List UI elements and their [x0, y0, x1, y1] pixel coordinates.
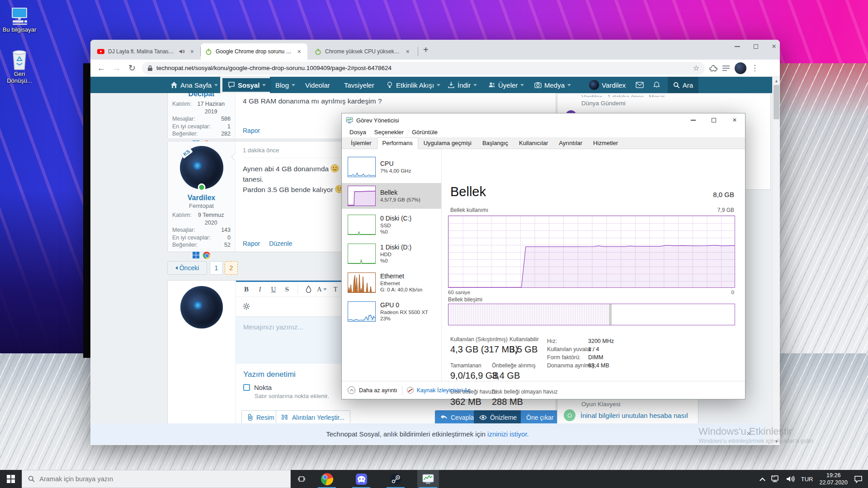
notification-close-icon[interactable]: × — [746, 429, 751, 438]
new-tab-button[interactable]: + — [423, 46, 429, 53]
sidebar-item-disk1[interactable]: 1 Diski (D:)HDD%0 — [342, 241, 441, 267]
desktop-icon-recycle-bin[interactable]: Geri Dönüşü... — [0, 49, 39, 84]
forward-button[interactable]: → — [111, 63, 122, 73]
sidebar-item-gpu[interactable]: GPU 0Radeon RX 5500 XT23% — [342, 299, 441, 324]
resource-monitor-link[interactable]: Kaynak İzleyicisini Aç — [407, 387, 471, 394]
bold-button[interactable]: B — [240, 282, 253, 296]
tab-hizmetler[interactable]: Hizmetler — [588, 137, 623, 149]
maximize-button[interactable] — [703, 113, 724, 127]
feature-button[interactable]: Öne çıkar — [521, 410, 559, 424]
minimize-button[interactable] — [683, 113, 703, 127]
less-details-button[interactable]: Daha az ayrıntı — [348, 386, 397, 394]
nav-item-home[interactable]: Ana Sayfa — [170, 77, 218, 93]
tab-uygulama-gecmisi[interactable]: Uygulama geçmişi — [418, 137, 477, 149]
pagination-page-2-current[interactable]: 2 — [225, 261, 238, 275]
nav-user-menu[interactable]: Vardilex — [589, 77, 626, 93]
editor-settings-button[interactable] — [240, 299, 253, 314]
menu-dosya[interactable]: Dosya — [345, 127, 370, 137]
bookmark-star-icon[interactable]: ☆ — [693, 64, 699, 72]
report-link[interactable]: Rapor — [243, 240, 260, 247]
extensions-puzzle-icon[interactable] — [709, 64, 717, 72]
taskbar-chrome-button[interactable] — [316, 470, 338, 488]
task-view-button[interactable] — [291, 470, 312, 488]
start-button[interactable] — [0, 470, 22, 488]
tab-baslangic[interactable]: Başlangıç — [477, 137, 514, 149]
minimize-button[interactable] — [735, 46, 740, 47]
tab-technopat-2[interactable]: Chrome yüksek CPU yüksek RAM × — [310, 43, 416, 60]
nav-item-sosyal-active[interactable]: Sosyal — [222, 78, 271, 92]
profile-avatar[interactable] — [735, 62, 746, 74]
nav-item-medya[interactable]: Medya — [534, 77, 571, 93]
url-field[interactable]: technopat.net/sosyal/konu/google-chrome-… — [142, 62, 705, 75]
preview-button[interactable]: Önizleme — [474, 410, 522, 424]
close-window-button[interactable]: × — [772, 42, 776, 51]
desktop-icon-this-pc[interactable]: Bu bilgisayar — [0, 7, 39, 33]
alerts-button[interactable] — [653, 77, 660, 93]
menu-dots-icon[interactable]: ⋮ — [751, 63, 759, 73]
sidebar-thread-link[interactable]: İninal bilgileri unutulan hesaba nasıl — [580, 412, 688, 419]
inbox-button[interactable] — [636, 77, 644, 93]
taskbar-discord-button[interactable] — [350, 470, 372, 488]
text-color-droplet-button[interactable] — [302, 282, 315, 296]
tray-expand-chevron-icon[interactable] — [760, 477, 765, 483]
tab-close-icon[interactable]: × — [189, 48, 196, 55]
tab-kullanicilar[interactable]: Kullanıcılar — [514, 137, 553, 149]
nav-item-blog[interactable]: Blog — [275, 77, 295, 93]
user-avatar[interactable]: KS — [180, 146, 223, 189]
edit-link[interactable]: Düzenle — [269, 240, 292, 247]
search-button[interactable]: Ara — [668, 77, 698, 93]
tab-close-icon[interactable]: × — [296, 48, 303, 55]
sidebar-item-bellek-selected[interactable]: Bellek4,5/7,9 GB (57%) — [342, 183, 441, 209]
task-manager-titlebar[interactable]: Görev Yöneticisi × — [342, 113, 745, 127]
font-color-button[interactable]: A — [315, 282, 329, 296]
scroll-up-arrow[interactable]: ▲ — [773, 77, 780, 84]
post-username[interactable]: Vardilex — [172, 194, 231, 202]
tray-clock[interactable]: 19:26 22.07.2020 — [819, 472, 848, 486]
scroll-down-arrow[interactable]: ▼ — [773, 437, 780, 445]
maximize-button[interactable] — [754, 44, 758, 49]
page-scrollbar[interactable]: ▲ ▼ — [772, 77, 780, 445]
search-input[interactable] — [39, 475, 284, 483]
taskbar-task-manager-button-active[interactable] — [417, 470, 439, 488]
tab-audio-icon[interactable] — [179, 48, 185, 55]
tab-ayrintilar[interactable]: Ayrıntılar — [553, 137, 588, 149]
tab-close-icon[interactable]: × — [404, 48, 411, 55]
underline-button[interactable]: U — [267, 282, 280, 296]
nav-item-etkinlik[interactable]: Etkinlik Akışı — [386, 77, 440, 93]
italic-button[interactable]: I — [253, 282, 267, 296]
tray-language[interactable]: TUR — [801, 476, 813, 483]
taskbar-search-box[interactable] — [22, 470, 291, 488]
speaker-icon[interactable] — [786, 475, 795, 483]
nokta-checkbox[interactable] — [243, 384, 250, 391]
tab-technopat-active[interactable]: Google Chrome drop sorunu - Te × — [201, 43, 307, 60]
tab-islemler[interactable]: İşlemler — [345, 137, 377, 149]
nav-item-videolar[interactable]: Videolar — [305, 77, 330, 93]
reply-button[interactable]: Cevapla — [435, 410, 479, 424]
nav-item-uyeler[interactable]: Üyeler — [488, 77, 524, 93]
notification-permission-link[interactable]: izninizi istiyor — [487, 430, 527, 438]
menu-goruntule[interactable]: Görüntüle — [408, 127, 442, 137]
tab-performans[interactable]: Performans — [377, 137, 418, 149]
pagination-page-1[interactable]: 1 — [210, 261, 223, 275]
menu-secenekler[interactable]: Seçenekler — [370, 127, 408, 137]
close-window-button[interactable]: × — [724, 113, 745, 127]
action-center-icon[interactable] — [854, 475, 863, 483]
report-link[interactable]: Rapor — [243, 127, 260, 134]
taskbar-steam-button[interactable] — [385, 470, 406, 488]
sidebar-item-disk0[interactable]: 0 Diski (C:)SSD%0 — [342, 212, 441, 238]
tab-youtube[interactable]: DJ Layla ft. Malina Tanase - D × — [93, 43, 200, 60]
reading-list-icon[interactable] — [722, 65, 730, 72]
back-button[interactable]: ← — [96, 63, 107, 73]
user-avatar[interactable] — [180, 286, 223, 328]
strikethrough-button[interactable]: S — [280, 282, 294, 296]
nav-item-indir[interactable]: İndir — [448, 77, 477, 93]
nav-item-tavsiyeler[interactable]: Tavsiyeler — [344, 77, 374, 93]
font-size-button[interactable]: T — [329, 282, 342, 296]
network-ethernet-icon[interactable] — [771, 475, 780, 483]
sidebar-item-cpu[interactable]: CPU7% 4,00 GHz — [342, 154, 441, 180]
insert-quotes-button[interactable]: Alıntıları Yerleştir... — [276, 410, 350, 424]
sidebar-item-ethernet[interactable]: EthernetEthernetG: 0 A: 40,0 Kb/sn — [342, 270, 441, 296]
pagination-prev-button[interactable]: Önceki — [167, 261, 207, 275]
reload-button[interactable]: ↻ — [127, 63, 137, 73]
scrollbar-thumb[interactable] — [774, 85, 779, 119]
